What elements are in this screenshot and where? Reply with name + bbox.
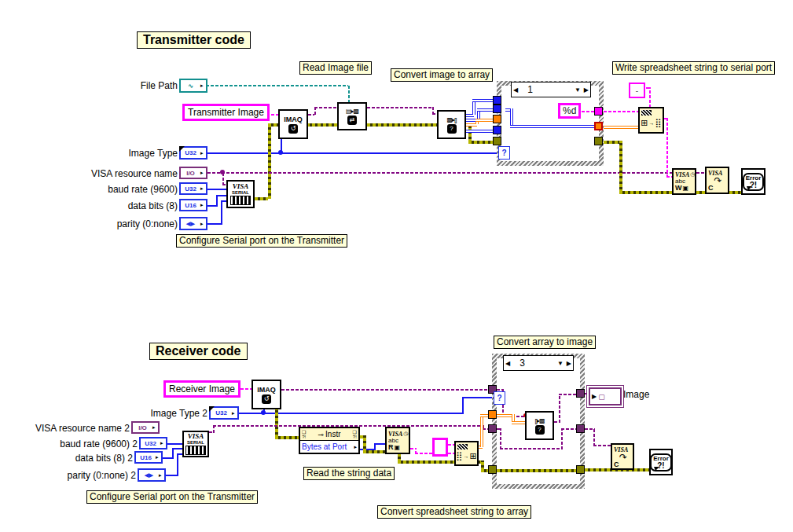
case-selector-receiver[interactable]: ◀ 3 ▼ ▶ [503,355,574,371]
comment-read-string-data[interactable]: Read the string data [303,467,395,480]
wire-err [363,450,385,453]
wire-mag [649,87,651,108]
case-selector-transmitter[interactable]: ◀ 1 ▼ ▶ [511,82,591,97]
visa-resource-2-terminal[interactable]: I/O ▸ [131,421,160,434]
terminal-arrow-icon: ▸ [200,83,206,89]
visa-close-node-2[interactable]: VISA ↷ C [611,443,634,470]
imaq-image-to-array-node[interactable]: ▩▸[] ? [437,110,466,139]
wire-blue [221,200,222,224]
comment-convert-array-to-image[interactable]: Convert array to image [494,336,596,349]
case-value: 3 [512,358,556,369]
case-prev-icon[interactable]: ◀ [512,86,519,94]
wire-bluea [472,99,493,102]
visa-configure-serial-node-2[interactable]: VISA SERIAL [182,431,209,457]
image-type-terminal[interactable]: U32 ▸ [179,146,207,160]
transmitter-image-name-constant[interactable]: Transmitter Image [182,104,270,121]
file-path-control[interactable]: ∿ ▸ [179,79,207,93]
baud-rate-2-label: baud rate (9600) 2 [12,438,138,449]
visa-read-node[interactable]: VISA◷ abc R▣ [385,427,410,454]
visa-close-node[interactable]: VISA ↷ C [705,167,729,194]
tunnel [576,389,585,398]
imaq-question-icon: ? [447,124,457,134]
wire-blue [207,189,226,190]
case-prev-icon[interactable]: ◀ [504,360,512,367]
wire-mag [271,114,278,116]
wire-blue [216,195,226,196]
comment-convert-image-to-array[interactable]: Convert image to array [391,68,493,82]
case-next-icon[interactable]: ▶ [582,86,590,94]
wire-orange [480,414,488,417]
parity-label: parity (0:none) [52,218,178,229]
image-page-icon: ▢ [598,393,605,401]
wire-blue [207,152,500,154]
property-class: Instr [325,430,340,438]
visa-resource-2-label: VISA resource name 2 [4,423,130,434]
image-type-2-terminal[interactable]: U32 ▸ [209,406,239,420]
receiver-title: Receiver code [149,343,248,360]
spreadsheet-string-to-array-node[interactable]: ⣿ → ⊞ [454,441,479,466]
imaq-array-to-image-node[interactable]: []▸▩ ? [525,411,554,440]
array-to-image-icon: []▸▩ [534,417,544,424]
property-name[interactable]: Bytes at Port [302,442,354,451]
delimiter-constant[interactable]: - [629,83,645,98]
wire-blue [216,195,218,206]
image-indicator[interactable]: ▶ ▢ [586,385,624,408]
comment-configure-serial-transmitter[interactable]: Configure Serial port on the Transmitter [176,234,347,248]
visa-configure-serial-node[interactable]: VISA SERIAL [226,180,255,208]
wire-err [363,435,366,452]
parity-2-terminal[interactable]: ◀▶ ▸ [138,468,166,482]
dotted-array-icon: ⣿ [655,119,662,127]
arrow-icon: → [463,453,468,459]
error-out-icon: ?! [353,435,357,439]
wire-err [255,197,268,200]
wire-mag [604,111,638,112]
imaq-readfile-node[interactable]: ▤▸▩ ⇄ [337,102,367,130]
wire-blue [374,443,385,445]
wire-pur [207,172,672,174]
image-indicator-label: Image [623,389,649,400]
data-bits-2-label: data bits (8) 2 [7,453,133,464]
dotted-array-icon: ⣿ [456,452,462,460]
case-dropdown-icon[interactable]: ▼ [556,360,565,367]
wire-blue [177,453,182,455]
error-handler-node-2[interactable]: Error?! [649,449,673,475]
data-bits-2-terminal[interactable]: U16 ▸ [134,451,163,464]
property-node-bytes-at-port[interactable]: ❏?! ⊸Instr ❏?! Bytes at Port ▸ [299,427,360,454]
comment-configure-serial-receiver[interactable]: Configure Serial port on the Transmitter [86,490,258,504]
terminal-arrow-icon: ▸ [354,444,357,450]
visa-write-node[interactable]: VISA◷ abc W▣ [672,168,696,195]
tunnel [493,96,501,105]
format-string-constant[interactable]: %d [558,103,581,119]
case-selector-terminal: ? [498,146,510,160]
data-bits-terminal[interactable]: U16 ▸ [179,199,207,211]
array-to-spreadsheet-string-node[interactable]: ⊞ → ⣿ [638,107,664,134]
tunnel [594,107,603,116]
wire-pur [308,114,314,116]
error-handler-node[interactable]: Error?! [741,168,765,195]
tunnel [493,126,501,134]
read-letter: R [388,444,394,451]
tunnel [493,137,501,145]
imaq-create-node-2[interactable]: IMAQ ↺ [251,380,281,409]
baud-rate-2-terminal[interactable]: U32 ▸ [139,437,167,449]
comment-read-image-file[interactable]: Read Image file [299,61,372,75]
imaq-create-node[interactable]: IMAQ ↺ [278,109,308,139]
parity-terminal[interactable]: ◀▶ ▸ [179,217,207,230]
visa-resource-terminal[interactable]: I/O ▸ [179,167,207,179]
path-icon: ∿ [181,83,200,90]
display-icon: ▣ [395,444,401,451]
tunnel [488,410,497,419]
imaq-label: IMAQ [257,386,276,394]
enum-arrows-icon: ◀▶ [181,221,200,227]
comment-convert-spreadsheet-string[interactable]: Convert spreadsheet string to array [377,505,531,519]
comment-write-spreadsheet[interactable]: Write spreadsheet string to serial port [612,61,775,75]
terminal-arrow-icon: ▸ [200,170,206,176]
receiver-image-name-constant[interactable]: Receiver Image [163,380,240,398]
terminal-arrow-icon: ▸ [232,410,237,416]
case-next-icon[interactable]: ▶ [565,360,573,367]
serial-label: SERIAL [232,190,249,195]
wire-pur [593,445,611,446]
empty-string-constant[interactable] [432,438,448,457]
baud-rate-terminal[interactable]: U32 ▸ [179,182,207,195]
case-dropdown-icon[interactable]: ▼ [573,86,582,94]
